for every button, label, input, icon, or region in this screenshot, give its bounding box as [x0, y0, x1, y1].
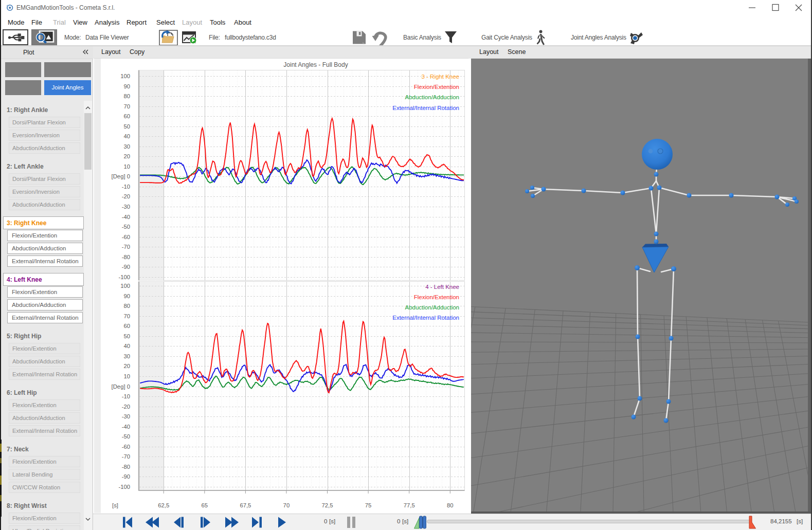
svg-text:[s]: [s] — [112, 502, 118, 508]
svg-text:72,5: 72,5 — [322, 502, 333, 508]
svg-text:-50: -50 — [122, 224, 130, 230]
svg-text:Abduction/Adduction: Abduction/Adduction — [405, 304, 460, 310]
svg-text:-40: -40 — [122, 424, 130, 430]
svg-text:-100: -100 — [118, 484, 130, 490]
svg-text:90: 90 — [123, 83, 130, 89]
svg-text:-80: -80 — [122, 464, 130, 470]
svg-text:Abduction/Adduction: Abduction/Adduction — [405, 94, 460, 100]
svg-text:80: 80 — [123, 303, 130, 309]
svg-text:-50: -50 — [122, 433, 130, 440]
svg-text:-90: -90 — [122, 264, 130, 270]
svg-text:62,5: 62,5 — [158, 502, 169, 508]
svg-text:60: 60 — [123, 113, 130, 119]
svg-text:67,5: 67,5 — [240, 502, 251, 508]
svg-text:-80: -80 — [122, 254, 130, 260]
svg-text:-70: -70 — [122, 453, 130, 460]
svg-text:-90: -90 — [122, 473, 130, 480]
svg-text:External/Internal Rotation: External/Internal Rotation — [392, 315, 459, 321]
svg-text:65: 65 — [202, 502, 208, 508]
svg-text:-100: -100 — [118, 274, 130, 280]
svg-text:90: 90 — [123, 293, 130, 299]
svg-text:70: 70 — [283, 502, 290, 508]
svg-text:80: 80 — [447, 502, 454, 508]
svg-text:40: 40 — [123, 133, 130, 139]
svg-text:-70: -70 — [122, 244, 130, 250]
svg-text:70: 70 — [123, 103, 130, 109]
svg-text:20: 20 — [123, 153, 130, 159]
svg-text:-60: -60 — [122, 444, 130, 450]
svg-text:[Deg] 0: [Deg] 0 — [112, 173, 130, 179]
svg-text:10: 10 — [123, 373, 130, 379]
svg-text:[Deg] 0: [Deg] 0 — [112, 383, 130, 390]
svg-text:10: 10 — [123, 163, 130, 170]
svg-text:50: 50 — [123, 333, 130, 339]
svg-text:-10: -10 — [122, 184, 130, 190]
svg-text:50: 50 — [123, 123, 130, 130]
svg-text:-30: -30 — [122, 413, 130, 419]
svg-text:30: 30 — [123, 143, 130, 150]
svg-text:70: 70 — [123, 313, 130, 319]
svg-text:40: 40 — [123, 343, 130, 349]
svg-text:20: 20 — [123, 363, 130, 369]
svg-text:-10: -10 — [122, 393, 130, 399]
svg-text:-20: -20 — [122, 404, 130, 410]
svg-text:77,5: 77,5 — [404, 502, 415, 508]
svg-text:External/Internal Rotation: External/Internal Rotation — [392, 105, 459, 111]
svg-text:Joint Angles - Full Body: Joint Angles - Full Body — [283, 61, 348, 68]
svg-text:3 - Right Knee: 3 - Right Knee — [421, 74, 459, 80]
svg-text:4 - Left Knee: 4 - Left Knee — [425, 284, 459, 290]
svg-text:Flexion/Extention: Flexion/Extention — [414, 294, 459, 300]
svg-text:60: 60 — [123, 323, 130, 329]
svg-text:30: 30 — [123, 353, 130, 359]
svg-text:-40: -40 — [122, 214, 130, 220]
svg-text:-20: -20 — [122, 193, 130, 199]
svg-text:80: 80 — [123, 93, 130, 99]
svg-text:75: 75 — [365, 502, 372, 508]
svg-text:100: 100 — [120, 283, 130, 289]
svg-text:100: 100 — [120, 73, 130, 79]
svg-text:-30: -30 — [122, 204, 130, 210]
svg-text:-60: -60 — [122, 234, 130, 240]
svg-text:Flexion/Extention: Flexion/Extention — [414, 84, 459, 90]
